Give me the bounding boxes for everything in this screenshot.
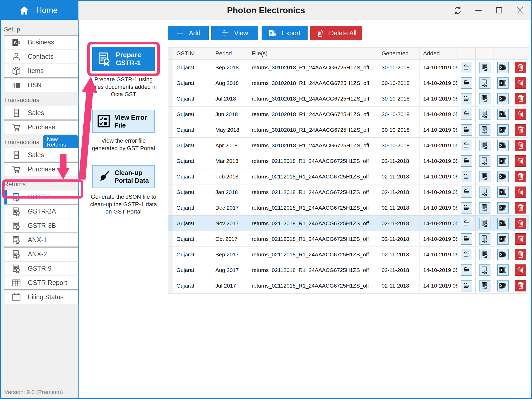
cleanup-portal-data-button[interactable]: Clean-up Portal Data	[92, 165, 155, 188]
row-trash-button[interactable]	[515, 249, 526, 260]
row-selector[interactable]	[168, 200, 173, 216]
row-trash-button[interactable]	[515, 264, 526, 276]
row-certificate-button[interactable]	[479, 187, 490, 198]
row-certificate-button[interactable]	[479, 233, 490, 245]
row-view-lines-button[interactable]	[461, 233, 472, 245]
row-view-lines-button[interactable]	[461, 264, 472, 276]
sidebar-item-gstr-3b[interactable]: GSTR-3B	[4, 219, 78, 232]
table-row[interactable]: GujaratOct 2017returns_02112018_R1_24AAA…	[168, 231, 529, 247]
view-error-file-button[interactable]: View Error File	[92, 110, 155, 133]
table-row[interactable]: GujaratMay 2018returns_30102018_R1_24AAA…	[168, 122, 529, 138]
table-row[interactable]: GujaratJan 2018returns_02112018_R1_24AAA…	[168, 184, 529, 200]
row-trash-button[interactable]	[515, 62, 526, 73]
row-view-lines-button[interactable]	[461, 202, 472, 214]
table-row[interactable]: GujaratAug 2017returns_02112018_R1_24AAA…	[168, 262, 529, 278]
row-certificate-button[interactable]	[479, 124, 490, 136]
sidebar-item-gstr-9[interactable]: GSTR-9	[4, 262, 78, 275]
sidebar-item-gstr-report[interactable]: GSTR Report	[4, 276, 78, 290]
row-excel-button[interactable]	[497, 280, 509, 291]
row-view-lines-button[interactable]	[461, 187, 472, 198]
row-certificate-button[interactable]	[479, 140, 490, 151]
row-selector[interactable]	[168, 75, 173, 91]
row-certificate-button[interactable]	[479, 264, 490, 276]
table-row[interactable]: GujaratMar 2018returns_02112018_R1_24AAA…	[168, 153, 529, 169]
sidebar-item-hsn[interactable]: HSN	[4, 78, 78, 92]
row-certificate-button[interactable]	[479, 77, 490, 89]
row-selector[interactable]	[168, 278, 173, 294]
minimize-icon[interactable]	[473, 5, 484, 16]
row-trash-button[interactable]	[515, 187, 526, 198]
row-trash-button[interactable]	[515, 77, 526, 89]
sidebar-item-contacts[interactable]: Contacts	[4, 50, 78, 63]
row-certificate-button[interactable]	[479, 249, 490, 260]
table-row[interactable]: GujaratSep 2018returns_30102018_R1_24AAA…	[168, 60, 529, 75]
table-row[interactable]: GujaratApr 2018returns_30102018_R1_24AAA…	[168, 138, 529, 153]
row-excel-button[interactable]	[497, 124, 509, 136]
row-trash-button[interactable]	[515, 280, 526, 291]
row-certificate-button[interactable]	[479, 202, 490, 214]
row-certificate-button[interactable]	[479, 62, 490, 73]
row-selector[interactable]	[168, 107, 173, 122]
row-trash-button[interactable]	[515, 171, 526, 182]
row-selector[interactable]	[168, 184, 173, 200]
row-view-lines-button[interactable]	[461, 140, 472, 151]
row-trash-button[interactable]	[515, 124, 526, 136]
export-button[interactable]: Export	[262, 26, 308, 40]
refresh-icon[interactable]	[452, 5, 463, 16]
sidebar-item-anx-1[interactable]: ANX-1	[4, 233, 78, 247]
prepare-gstr1-button[interactable]: Prepare GSTR-1	[92, 47, 155, 71]
row-certificate-button[interactable]	[479, 280, 490, 291]
sidebar-item-sales[interactable]: Sales	[4, 148, 78, 162]
sidebar-item-purchase[interactable]: Purchase	[4, 162, 78, 176]
sidebar-item-gstr-2a[interactable]: GSTR-2A	[4, 204, 78, 218]
row-excel-button[interactable]	[497, 93, 509, 104]
row-excel-button[interactable]	[497, 202, 509, 214]
sidebar-item-anx-2[interactable]: ANX-2	[4, 247, 78, 261]
sidebar-item-gstr-1[interactable]: GSTR-1	[4, 190, 78, 204]
table-row[interactable]: GujaratJul 2017returns_02112018_R1_24AAA…	[168, 278, 529, 294]
row-selector[interactable]	[168, 91, 173, 107]
sidebar-item-filing-status[interactable]: Filing Status	[4, 290, 78, 304]
row-excel-button[interactable]	[497, 62, 509, 73]
column-header-added[interactable]: Added	[420, 48, 457, 60]
row-selector[interactable]	[168, 247, 173, 262]
table-row[interactable]: GujaratFeb 2018returns_02112018_R1_24AAA…	[168, 169, 529, 184]
add-button[interactable]: Add	[168, 26, 209, 40]
row-view-lines-button[interactable]	[461, 124, 472, 136]
sidebar-item-purchase[interactable]: Purchase	[4, 120, 78, 134]
table-row[interactable]: GujaratNov 2017returns_02112018_R1_24AAA…	[168, 216, 529, 231]
row-selector[interactable]	[168, 231, 173, 247]
row-view-lines-button[interactable]	[461, 171, 472, 182]
sidebar-item-items[interactable]: Items	[4, 64, 78, 78]
row-certificate-button[interactable]	[479, 93, 490, 104]
row-view-lines-button[interactable]	[461, 93, 472, 104]
row-excel-button[interactable]	[497, 233, 509, 245]
row-view-lines-button[interactable]	[461, 77, 472, 89]
row-view-lines-button[interactable]	[461, 218, 472, 229]
row-selector[interactable]	[168, 60, 173, 75]
table-row[interactable]: GujaratDec 2017returns_02112018_R1_24AAA…	[168, 200, 529, 216]
row-selector[interactable]	[168, 122, 173, 138]
row-view-lines-button[interactable]	[461, 109, 472, 120]
row-view-lines-button[interactable]	[461, 155, 472, 167]
row-excel-button[interactable]	[497, 155, 509, 167]
close-icon[interactable]	[515, 5, 526, 16]
row-excel-button[interactable]	[497, 171, 509, 182]
row-excel-button[interactable]	[497, 264, 509, 276]
row-selector[interactable]	[168, 262, 173, 278]
row-selector[interactable]	[168, 153, 173, 169]
column-header-generated[interactable]: Generated	[378, 48, 420, 60]
row-certificate-button[interactable]	[479, 171, 490, 182]
row-trash-button[interactable]	[515, 140, 526, 151]
table-row[interactable]: GujaratJul 2018returns_30102018_R1_24AAA…	[168, 91, 529, 107]
row-certificate-button[interactable]	[479, 155, 490, 167]
sidebar-item-business[interactable]: ABusiness	[4, 35, 78, 49]
column-header-files[interactable]: File(s)	[248, 48, 378, 60]
row-trash-button[interactable]	[515, 218, 526, 229]
row-certificate-button[interactable]	[479, 109, 490, 120]
row-excel-button[interactable]	[497, 140, 509, 151]
row-excel-button[interactable]	[497, 187, 509, 198]
row-selector[interactable]	[168, 216, 173, 231]
row-certificate-button[interactable]	[479, 218, 490, 229]
row-excel-button[interactable]	[497, 109, 509, 120]
